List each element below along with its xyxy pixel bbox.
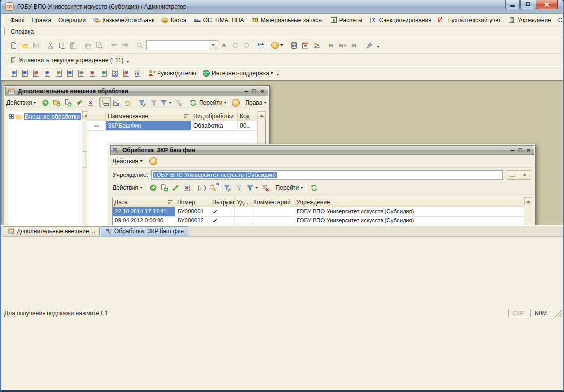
column-header-type[interactable]: Вид обработки bbox=[191, 111, 238, 121]
window1-maximize-button[interactable]: □ bbox=[252, 87, 256, 96]
edit-button[interactable] bbox=[73, 97, 85, 108]
filter-by-value-button[interactable] bbox=[233, 182, 245, 193]
add-group-button[interactable] bbox=[51, 97, 62, 108]
toolbar-grip[interactable] bbox=[4, 40, 5, 51]
tree-item-external-processings[interactable]: Внешние обработки bbox=[9, 112, 81, 121]
report-button-3[interactable] bbox=[30, 67, 42, 79]
report-button-1[interactable] bbox=[8, 67, 19, 79]
add-button[interactable] bbox=[40, 97, 51, 108]
column-header-code[interactable]: Код bbox=[238, 111, 257, 121]
menu-authorization[interactable]: Санкционирование bbox=[366, 15, 435, 25]
calculator-button[interactable] bbox=[288, 40, 299, 51]
report-button-11[interactable] bbox=[120, 67, 132, 79]
manager-reports-button[interactable]: Руководителю bbox=[146, 67, 198, 79]
cut-button[interactable] bbox=[45, 40, 56, 51]
memory-add-button[interactable]: M+ bbox=[337, 40, 349, 51]
scroll-up-button[interactable] bbox=[258, 111, 266, 119]
set-current-institution-button[interactable]: Установить текущее учреждение (F11) bbox=[8, 54, 125, 65]
report-button-8[interactable] bbox=[87, 67, 98, 79]
report-button-4[interactable] bbox=[42, 67, 53, 79]
filter-history-button[interactable] bbox=[159, 97, 173, 108]
menu-calculations[interactable]: Расчеты bbox=[326, 15, 366, 25]
institution-select-button[interactable]: ... bbox=[506, 171, 519, 179]
close-button[interactable] bbox=[536, 0, 558, 9]
filter-history-button[interactable] bbox=[245, 182, 260, 193]
memory-recall-button[interactable]: M bbox=[325, 40, 337, 51]
report-button-5[interactable] bbox=[53, 67, 64, 79]
window-processing-zkr[interactable]: Обработка ЗКР баш фин – □ × Действия ? У… bbox=[109, 144, 536, 225]
list-row[interactable]: ЗКРБашФин Обработка 00... bbox=[87, 121, 257, 131]
paste-button[interactable] bbox=[68, 40, 79, 51]
minimize-button[interactable] bbox=[505, 0, 520, 9]
column-header-name[interactable]: Наименование bbox=[106, 111, 191, 121]
toolbar-grip[interactable] bbox=[4, 68, 5, 78]
save-button[interactable] bbox=[30, 40, 42, 51]
menu-edit[interactable]: Правка bbox=[28, 15, 55, 25]
table-row[interactable]: 22.10.2014 17:17:41 БУ000001 ✔ ГОБУ ВПО … bbox=[113, 207, 524, 217]
delete-button[interactable] bbox=[181, 182, 193, 193]
toolbar-overflow-chevron[interactable] bbox=[377, 46, 380, 49]
refresh-button[interactable] bbox=[308, 182, 319, 193]
marker-column-header[interactable] bbox=[87, 111, 106, 121]
clear-search-button[interactable]: ✕ bbox=[218, 40, 229, 51]
titlebar[interactable]: 1С ГОБУ ВПО Университет искусств (Субсид… bbox=[1, 0, 563, 14]
back-button[interactable] bbox=[108, 40, 119, 51]
menu-accounting[interactable]: ДтКтБухгалтерский учет bbox=[435, 15, 504, 25]
menu-file[interactable]: Файл bbox=[7, 15, 28, 25]
menu-service[interactable]: Сервис bbox=[555, 15, 564, 25]
window2-close-button[interactable]: × bbox=[526, 146, 530, 154]
settings-button[interactable] bbox=[364, 40, 375, 51]
help-button[interactable]: ? bbox=[148, 155, 159, 167]
report-button-6[interactable] bbox=[64, 67, 75, 79]
list-view-button[interactable] bbox=[111, 97, 122, 108]
copy-item-button[interactable] bbox=[62, 97, 73, 108]
calendar-button[interactable] bbox=[299, 40, 311, 51]
open-windows-button[interactable] bbox=[255, 40, 267, 51]
actions-menu-button[interactable]: Действия bbox=[111, 182, 144, 193]
window2-minimize-button[interactable]: – bbox=[510, 146, 514, 154]
menu-institution[interactable]: Учреждение bbox=[504, 15, 555, 25]
menu-fixed-assets[interactable]: ОС, НМА, НПА bbox=[190, 15, 247, 25]
toolbar-grip[interactable] bbox=[3, 16, 4, 24]
groups-tree[interactable]: Внешние обработки bbox=[8, 111, 82, 225]
set-filter-button[interactable] bbox=[222, 182, 233, 193]
clear-filter-button[interactable] bbox=[260, 182, 271, 193]
combobox-dropdown-button[interactable] bbox=[209, 40, 217, 50]
search-button[interactable] bbox=[134, 40, 145, 51]
goto-menu-button[interactable]: Перейти bbox=[199, 97, 227, 108]
institution-clear-button[interactable]: × bbox=[519, 171, 531, 179]
print-preview-button[interactable] bbox=[93, 40, 105, 51]
help-button[interactable]: ? bbox=[230, 97, 242, 108]
copy-button[interactable] bbox=[56, 40, 68, 51]
report-button-12[interactable] bbox=[132, 67, 143, 79]
column-header-date[interactable]: Дата bbox=[113, 197, 175, 207]
new-document-button[interactable] bbox=[8, 40, 19, 51]
goto-menu-button[interactable]: Перейти bbox=[274, 182, 305, 193]
memory-subtract-button[interactable]: M- bbox=[349, 40, 361, 51]
users-button[interactable] bbox=[311, 40, 322, 51]
table-row[interactable]: 09.04.2012 0:00:00 БУ000012 ✔ ГОБУ ВПО У… bbox=[113, 217, 524, 225]
report-button-7[interactable] bbox=[75, 67, 87, 79]
print-button[interactable] bbox=[82, 40, 93, 51]
toolbar-overflow-chevron[interactable] bbox=[126, 61, 129, 64]
column-header-deleted[interactable]: Уд... bbox=[235, 197, 251, 207]
find-next-button[interactable] bbox=[229, 40, 241, 51]
rights-menu-button[interactable]: Права bbox=[245, 97, 267, 108]
resize-grip[interactable] bbox=[554, 310, 562, 317]
menu-cash[interactable]: Касса bbox=[158, 15, 190, 25]
window1-titlebar[interactable]: Дополнительные внешние обработки – □ × bbox=[5, 87, 268, 96]
maximize-button[interactable] bbox=[520, 0, 535, 9]
find-previous-button[interactable] bbox=[241, 40, 252, 51]
report-button-2[interactable] bbox=[19, 67, 30, 79]
menu-materials[interactable]: Материальные запасы bbox=[248, 15, 326, 25]
toolbar-overflow-chevron[interactable] bbox=[276, 74, 279, 77]
window2-titlebar[interactable]: Обработка ЗКР баш фин – □ × bbox=[110, 145, 534, 155]
actions-menu-button[interactable]: Действия bbox=[6, 97, 36, 108]
column-header-uploaded[interactable]: Выгруже... bbox=[210, 197, 235, 207]
clear-filter-button[interactable] bbox=[173, 97, 184, 108]
tab-processing-zkr[interactable]: Обработка ЗКР баш фин bbox=[101, 226, 188, 236]
edit-button[interactable] bbox=[170, 182, 181, 193]
delete-button[interactable] bbox=[85, 97, 96, 108]
find-by-number-button[interactable]: N bbox=[207, 182, 219, 193]
report-button-10[interactable] bbox=[109, 67, 120, 79]
